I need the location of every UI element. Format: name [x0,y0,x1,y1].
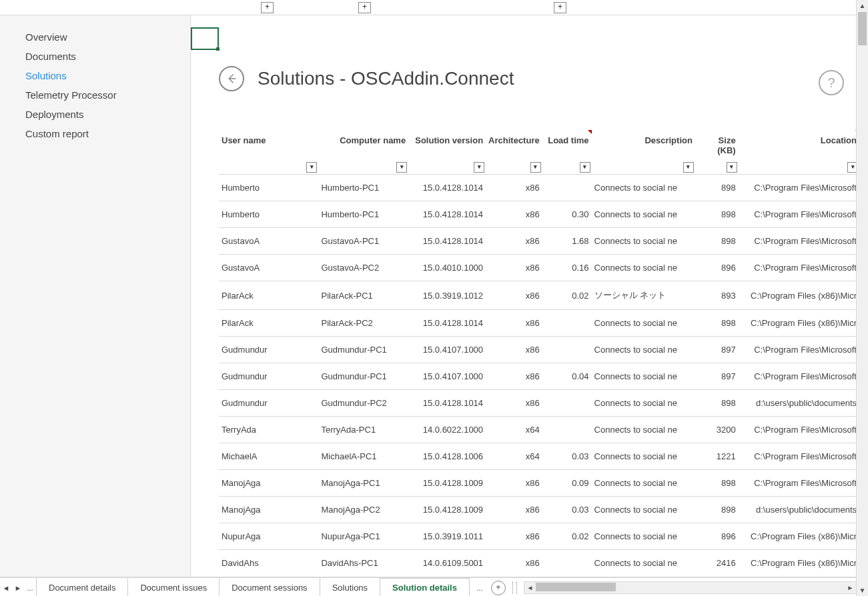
table-cell: GustavoA-PC1 [318,228,408,255]
table-row[interactable]: TerryAdaTerryAda-PC114.0.6022.1000x64Con… [219,417,859,443]
sheet-tab-solutions[interactable]: Solutions [320,578,380,596]
table-cell: Gudmundur [219,363,318,390]
hscroll-left-arrow[interactable]: ◄ [524,584,536,591]
table-cell: Connects to social ne [592,443,695,470]
table-row[interactable]: ManojAgaManojAga-PC115.0.4128.1009x860.0… [219,470,859,497]
table-cell: Connects to social ne [592,255,695,281]
table-cell: ソーシャル ネット [592,281,695,310]
table-cell: 3200 [695,417,739,443]
table-cell: 15.0.4128.1014 [408,228,486,255]
table-cell: 1.68 [542,228,592,255]
table-cell: Connects to social ne [592,470,695,497]
filter-dropdown-icon[interactable]: ▾ [474,162,484,173]
sidebar-item-deployments[interactable]: Deployments [0,105,190,124]
table-cell: 0.04 [542,363,592,390]
table-row[interactable]: HumbertoHumberto-PC115.0.4128.1014x860.3… [219,201,859,228]
hscroll-thumb[interactable] [536,583,616,591]
outline-expand-button[interactable]: + [554,2,566,13]
table-row[interactable]: GudmundurGudmundur-PC215.0.4128.1014x86C… [219,390,859,417]
table-cell: C:\Program Files\Microsoft [739,337,859,363]
table-cell: 15.0.4107.1000 [408,363,486,390]
table-cell: ManojAga-PC2 [318,497,408,523]
table-cell [542,337,592,363]
sheet-nav-next[interactable]: ► [12,584,24,592]
table-row[interactable]: GustavoAGustavoA-PC215.0.4010.1000x860.1… [219,255,859,281]
table-row[interactable]: NupurAgaNupurAga-PC115.0.3919.1011x860.0… [219,523,859,550]
sheet-nav-more-right[interactable]: ... [474,584,486,592]
filter-dropdown-icon[interactable]: ▾ [727,162,737,173]
filter-dropdown-icon[interactable]: ▾ [683,162,694,173]
table-cell: 898 [695,390,739,417]
table-cell: Connects to social ne [592,497,695,523]
vscroll-up-arrow[interactable]: ▲ [857,0,868,11]
table-cell [542,550,592,577]
table-cell: 14.0.6109.5001 [408,550,486,577]
table-cell: x86 [486,523,542,550]
sheet-nav-more-left[interactable]: ... [24,584,36,592]
vscroll-thumb[interactable] [858,12,867,45]
table-row[interactable]: GudmundurGudmundur-PC115.0.4107.1000x86C… [219,337,859,363]
table-row[interactable]: MichaelAMichaelA-PC115.0.4128.1006x640.0… [219,443,859,470]
vscroll-down-arrow[interactable]: ▼ [857,585,868,596]
table-row[interactable]: GustavoAGustavoA-PC115.0.4128.1014x861.6… [219,228,859,255]
sidebar: OverviewDocumentsSolutionsTelemetry Proc… [0,15,191,577]
add-sheet-button[interactable]: + [491,581,506,595]
column-header-size-kb-: Size (KB)▾ [695,130,739,175]
table-cell: PilarAck [219,281,318,310]
outline-bar: +++ [0,0,868,15]
outline-expand-button[interactable]: + [261,2,274,13]
table-cell: Connects to social ne [592,523,695,550]
table-cell: Connects to social ne [592,390,695,417]
sheet-tab-solution-details[interactable]: Solution details [380,578,470,596]
column-header-computer-name: Computer name▾ [318,130,408,175]
sheet-tab-document-issues[interactable]: Document issues [128,578,220,596]
sidebar-item-solutions[interactable]: Solutions [0,66,190,85]
vertical-scrollbar[interactable]: ▲ ▼ [856,0,868,596]
sidebar-item-custom-report[interactable]: Custom report [0,124,190,143]
table-cell: 15.0.4010.1000 [408,255,486,281]
sidebar-item-telemetry-processor[interactable]: Telemetry Processor [0,85,190,105]
column-header-description: Description▾ [592,130,695,175]
table-row[interactable]: HumbertoHumberto-PC115.0.4128.1014x86Con… [219,175,859,201]
back-button[interactable] [219,66,244,91]
table-cell [542,417,592,443]
table-row[interactable]: PilarAckPilarAck-PC115.0.3919.1012x860.0… [219,281,859,310]
table-cell: 0.02 [542,281,592,310]
table-cell: x86 [486,201,542,228]
column-label: Description [644,135,693,145]
table-cell: x86 [486,363,542,390]
sidebar-item-documents[interactable]: Documents [0,47,190,66]
table-cell: TerryAda [219,417,318,443]
table-row[interactable]: ManojAgaManojAga-PC215.0.4128.1009x860.0… [219,497,859,523]
filter-dropdown-icon[interactable]: ▾ [580,162,590,173]
table-cell: d:\users\public\documents [739,497,859,523]
selected-cell[interactable] [191,27,219,50]
table-cell: d:\users\public\documents [739,390,859,417]
table-row[interactable]: PilarAckPilarAck-PC215.0.4128.1014x86Con… [219,310,859,337]
table-cell: 15.0.4128.1014 [408,310,486,337]
filter-dropdown-icon[interactable]: ▾ [530,162,541,173]
sheet-nav-prev[interactable]: ◄ [0,584,12,592]
table-cell: 0.03 [542,443,592,470]
solutions-table: User name▾Computer name▾Solution version… [219,130,859,576]
hscroll-right-arrow[interactable]: ► [845,584,856,591]
sidebar-item-overview[interactable]: Overview [0,27,190,47]
table-cell: Connects to social ne [592,337,695,363]
horizontal-scrollbar[interactable]: ◄ ► [524,581,857,594]
table-row[interactable]: GudmundurGudmundur-PC115.0.4107.1000x860… [219,363,859,390]
table-cell: Connects to social ne [592,417,695,443]
table-cell [542,390,592,417]
help-button[interactable]: ? [819,70,844,95]
split-handle[interactable] [512,582,517,594]
outline-expand-button[interactable]: + [358,2,371,13]
table-cell: 15.0.4128.1006 [408,443,486,470]
table-row[interactable]: DavidAhsDavidAhs-PC114.0.6109.5001x86Con… [219,550,859,577]
sheet-tab-document-details[interactable]: Document details [36,578,128,596]
table-cell: Gudmundur-PC2 [318,390,408,417]
table-cell: 898 [695,201,739,228]
filter-dropdown-icon[interactable]: ▾ [396,162,407,173]
sheet-tab-document-sessions[interactable]: Document sessions [220,578,320,596]
table-cell: TerryAda-PC1 [318,417,408,443]
table-cell: PilarAck [219,310,318,337]
filter-dropdown-icon[interactable]: ▾ [306,162,317,173]
